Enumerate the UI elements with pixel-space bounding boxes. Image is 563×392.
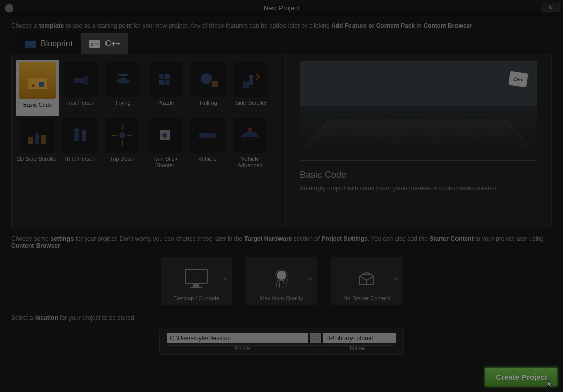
svg-rect-32	[248, 128, 252, 131]
template-first-person[interactable]: First Person	[59, 60, 102, 116]
location-panel: ... Folder Name	[159, 328, 404, 355]
close-button[interactable]: ×	[541, 3, 560, 12]
template-side-scroller[interactable]: Side Scroller	[230, 60, 272, 116]
svg-rect-14	[243, 82, 249, 88]
svg-rect-6	[84, 76, 88, 85]
tab-cpp[interactable]: C++ C++	[81, 33, 128, 54]
svg-point-20	[74, 128, 79, 133]
svg-rect-9	[165, 74, 170, 79]
templates-grid: Basic CodeFirst PersonFlyingPuzzleRollin…	[12, 54, 286, 228]
svg-point-15	[249, 75, 253, 79]
project-settings-row: Desktop / Console Maximum Quality No Sta…	[11, 257, 552, 305]
template-type-tabs: Blueprint C++ C++	[16, 33, 552, 54]
template-basic-code[interactable]: Basic Code	[16, 60, 59, 116]
svg-rect-27	[199, 133, 216, 138]
svg-point-29	[209, 137, 214, 141]
template-thumb-icon	[19, 62, 56, 99]
location-hint: Select a location for your project to be…	[11, 314, 552, 322]
template-twin-stick-shooter[interactable]: Twin Stick Shooter	[144, 116, 186, 172]
svg-rect-10	[159, 80, 164, 85]
template-label: Third Person	[63, 156, 97, 162]
template-vehicle-advanced[interactable]: Vehicle Advanced	[229, 116, 271, 172]
svg-text:C++: C++	[91, 42, 99, 47]
box-icon	[353, 267, 381, 290]
template-top-down[interactable]: Top Down	[101, 116, 144, 172]
svg-rect-34	[193, 284, 199, 287]
svg-point-30	[242, 137, 248, 142]
svg-rect-19	[41, 135, 46, 144]
template-thumb-icon	[106, 62, 140, 97]
svg-rect-35	[190, 287, 202, 288]
svg-rect-11	[165, 80, 170, 85]
svg-rect-33	[185, 269, 207, 283]
template-preview: C++ Basic Code An empty project with som…	[286, 54, 551, 228]
folder-field-label: Folder	[167, 345, 319, 351]
template-label: Rolling	[199, 100, 218, 106]
template-thumb-icon	[149, 62, 183, 97]
template-flying[interactable]: Flying	[102, 60, 145, 116]
svg-rect-13	[212, 81, 218, 87]
template-label: 2D Side Scroller	[16, 156, 58, 162]
tab-blueprint[interactable]: Blueprint	[16, 33, 81, 54]
settings-hint: Choose some settings for your project. D…	[11, 235, 552, 250]
template-label: Flying	[115, 100, 131, 106]
hardware-label: Desktop / Console	[173, 295, 219, 301]
cpp-badge-icon: C++	[508, 71, 529, 88]
blueprint-icon	[24, 39, 37, 49]
template-vehicle[interactable]: Vehicle	[186, 116, 229, 172]
template-thumb-icon	[234, 62, 268, 97]
template-label: Basic Code	[22, 102, 53, 109]
template-thumb-icon	[20, 118, 54, 153]
template-thumb-icon	[233, 118, 267, 153]
template-label: Vehicle Advanced	[229, 156, 271, 169]
quality-icon	[267, 267, 296, 290]
name-field-label: Name	[321, 345, 394, 351]
svg-rect-17	[28, 137, 33, 144]
svg-rect-8	[159, 74, 164, 79]
chevron-down-icon	[223, 278, 228, 281]
quality-label: Maximum Quality	[260, 295, 303, 301]
target-hardware-dropdown[interactable]: Desktop / Console	[161, 257, 232, 305]
tab-cpp-label: C++	[105, 39, 120, 48]
template-thumb-icon	[148, 118, 182, 153]
titlebar: New Project ×	[0, 0, 563, 16]
svg-rect-18	[35, 133, 39, 144]
starter-content-dropdown[interactable]: No Starter Content	[331, 257, 402, 305]
template-label: Puzzle	[156, 100, 175, 106]
template-thumb-icon	[190, 118, 225, 153]
svg-rect-23	[82, 134, 86, 141]
template-thumb-icon	[191, 62, 226, 97]
template-thumb-icon	[63, 62, 98, 97]
svg-point-28	[201, 137, 205, 141]
svg-point-12	[201, 73, 212, 84]
browse-folder-button[interactable]: ...	[310, 333, 321, 343]
preview-description: An empty project with some basic game fr…	[300, 185, 537, 192]
template-rolling[interactable]: Rolling	[187, 60, 230, 116]
chevron-down-icon	[308, 278, 313, 281]
template-label: Vehicle	[197, 156, 217, 162]
quality-dropdown[interactable]: Maximum Quality	[246, 257, 317, 305]
template-label: Twin Stick Shooter	[144, 156, 186, 169]
template-hint: Choose a template to use as a starting p…	[11, 22, 552, 29]
svg-point-26	[162, 133, 167, 138]
template-label: Side Scroller	[234, 100, 268, 106]
template-label: First Person	[64, 100, 96, 106]
template-label: Top Down	[109, 156, 136, 162]
svg-point-22	[82, 130, 86, 134]
template-thumb-icon	[105, 118, 139, 153]
preview-title: Basic Code	[300, 170, 537, 181]
template-third-person[interactable]: Third Person	[58, 116, 101, 172]
create-project-button[interactable]: Create Project	[485, 367, 558, 387]
folder-input[interactable]	[167, 333, 308, 343]
unreal-logo-icon	[4, 3, 14, 13]
svg-point-31	[253, 137, 258, 142]
svg-point-3	[32, 84, 35, 87]
monitor-icon	[182, 267, 210, 290]
template-puzzle[interactable]: Puzzle	[145, 60, 187, 116]
template-2d-side-scroller[interactable]: 2D Side Scroller	[16, 116, 58, 172]
tab-blueprint-label: Blueprint	[41, 39, 73, 48]
svg-rect-21	[74, 133, 79, 141]
window-title: New Project	[0, 4, 563, 12]
svg-point-36	[277, 271, 286, 280]
project-name-input[interactable]	[323, 333, 396, 343]
